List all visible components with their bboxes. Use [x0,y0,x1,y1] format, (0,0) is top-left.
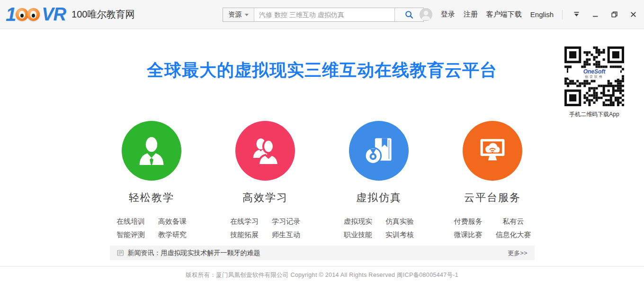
language-link[interactable]: English [530,10,554,18]
restore-icon [611,11,618,18]
news-icon [117,249,124,257]
qr-center-label: OneSoft 创壹软件 [568,68,620,79]
feature-link[interactable]: 教学研究 [158,230,187,239]
cloud-monitor-icon [475,133,510,168]
header-right: 登录 注册 客户端下载 English [420,0,638,29]
search-icon [404,10,414,19]
feature-links: 付费服务 私有云 微课比赛 信息化大赛 [454,217,531,239]
qr-caption: 手机二维码下载App [564,110,624,119]
feature-link[interactable]: 虚拟现实 [344,217,372,226]
qr-code-image: OneSoft 创壹软件 [564,46,624,106]
hero-headline: 全球最大的虚拟现实三维互动在线教育云平台 [0,60,644,80]
client-download-link[interactable]: 客户端下载 [486,10,522,19]
chevron-down-icon [245,14,249,16]
feature-links: 在线学习 学习记录 技能拓展 师生互动 [230,217,300,239]
feature-link[interactable]: 在线培训 [116,217,145,226]
feature-title: 高效学习 [242,191,288,205]
minimize-icon [592,11,599,18]
feature-links: 虚拟现实 仿真实验 职业技能 实训考核 [344,217,414,239]
news-bar: 新闻资讯：用虚拟现实技术解开一颗牙的难题 更多>> [110,246,535,260]
feature-link[interactable]: 在线学习 [230,217,259,226]
header-divider [562,10,563,19]
logo-digit-1: 1 [6,4,15,25]
feature-cloud: 云平台服务 付费服务 私有云 微课比赛 信息化大赛 [436,121,549,239]
login-link[interactable]: 登录 [441,10,455,19]
search-category-dropdown[interactable]: 资源 [223,8,254,21]
feature-title: 虚拟仿真 [356,191,402,205]
feature-link[interactable]: 付费服务 [454,217,483,226]
teaching-circle-button[interactable] [122,121,181,181]
feature-learning: 高效学习 在线学习 学习记录 技能拓展 师生互动 [208,121,322,239]
feature-link[interactable]: 实训考核 [385,230,414,239]
features-row: 轻松教学 在线培训 高效备课 智能评测 教学研究 高效学习 在线学习 学习记录 … [95,121,549,239]
learning-circle-button[interactable] [235,121,295,181]
students-icon [248,133,283,168]
qr-panel: OneSoft 创壹软件 手机二维码下载App [564,46,624,119]
close-button[interactable] [628,9,638,20]
copyright-text: 版权所有：厦门凤凰创壹软件有限公司 Copyright © 2014 All R… [186,271,458,279]
teacher-icon [134,133,169,168]
brand[interactable]: 1 VR 100唯尔教育网 [6,4,134,25]
logo-vr-text: VR [42,4,66,25]
feature-teaching: 轻松教学 在线培训 高效备课 智能评测 教学研究 [95,121,208,239]
feature-simulation: 虚拟仿真 虚拟现实 仿真实验 职业技能 实训考核 [322,121,436,239]
feature-link[interactable]: 智能评测 [116,230,145,239]
app-header: 1 VR 100唯尔教育网 资源 登录 注册 客 [0,0,644,29]
restore-button[interactable] [609,9,619,20]
book-disc-icon [361,133,396,168]
feature-link[interactable]: 微课比赛 [454,230,483,239]
feature-link[interactable]: 师生互动 [272,230,300,239]
news-headline[interactable]: 新闻资讯：用虚拟现实技术解开一颗牙的难题 [128,249,260,257]
logo-eye-icon [16,8,28,21]
search-category-label: 资源 [229,10,242,19]
feature-link[interactable]: 信息化大赛 [496,230,531,239]
collapse-icon [573,11,580,18]
news-more-link[interactable]: 更多>> [508,249,527,257]
feature-link[interactable]: 高效备课 [158,217,187,226]
logo-eye-icon [27,8,40,21]
search-group: 资源 [223,8,424,22]
cloud-circle-button[interactable] [463,121,522,181]
app-footer: 版权所有：厦门凤凰创壹软件有限公司 Copyright © 2014 All R… [0,266,644,284]
logo-100vr: 1 VR [6,4,66,25]
qr-label-main: OneSoft [568,69,620,75]
feature-title: 轻松教学 [129,191,174,205]
qr-label-sub: 创壹软件 [568,75,620,78]
minimize-button[interactable] [590,9,600,20]
feature-link[interactable]: 技能拓展 [230,230,259,239]
user-icon [420,8,432,21]
feature-links: 在线培训 高效备课 智能评测 教学研究 [116,217,187,239]
site-title: 100唯尔教育网 [72,8,134,21]
feature-link[interactable]: 私有云 [496,217,531,226]
avatar[interactable] [420,8,432,21]
simulation-circle-button[interactable] [349,121,409,181]
feature-link[interactable]: 职业技能 [344,230,372,239]
close-icon [630,11,637,18]
register-link[interactable]: 注册 [464,10,478,19]
search-input[interactable] [254,8,394,21]
feature-link[interactable]: 仿真实验 [385,217,414,226]
feature-title: 云平台服务 [464,191,521,205]
feature-link[interactable]: 学习记录 [272,217,300,226]
collapse-menu-button[interactable] [571,9,581,20]
